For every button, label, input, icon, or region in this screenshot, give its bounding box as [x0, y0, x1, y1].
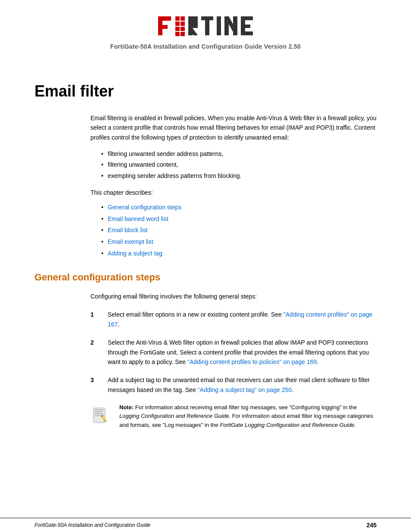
steps-block: Configuring email filtering involves the… — [90, 292, 377, 395]
svg-rect-13 — [193, 20, 198, 24]
link-item-1[interactable]: General configuration steps — [101, 202, 377, 213]
step-1-content: Select email filter options in a new or … — [108, 310, 377, 329]
link-block-list[interactable]: Email block list — [108, 227, 148, 233]
svg-rect-2 — [158, 25, 168, 29]
svg-rect-21 — [233, 16, 237, 35]
note-italic-2: FortiGate Logging Configuration and Refe… — [220, 422, 354, 428]
step-number-3: 3 — [90, 375, 103, 395]
step-1: 1 Select email filter options in a new o… — [90, 310, 377, 329]
svg-rect-18 — [217, 16, 221, 35]
note-block: Note: For information about receiving em… — [90, 403, 377, 429]
svg-rect-30 — [95, 411, 103, 412]
svg-rect-9 — [175, 32, 180, 36]
intro-paragraph: Email filtering is enabled in firewall p… — [90, 113, 377, 142]
step-1-text-before: Select email filter options in a new or … — [108, 311, 283, 318]
step-2: 2 Select the Anti-Virus & Web filter opt… — [90, 338, 377, 367]
step-3-link[interactable]: "Adding a subject tag" on page 250 — [198, 386, 292, 393]
chapter-intro: This chapter describes: — [90, 188, 377, 197]
fortinet-logo-svg: ™ — [158, 13, 253, 39]
footer-left-text: FortiGate-50A Installation and Configura… — [34, 522, 150, 528]
header: ™ FortiGate-50A Installation and Configu… — [0, 0, 411, 56]
svg-rect-7 — [175, 27, 180, 31]
link-item-5[interactable]: Adding a subject tag — [101, 248, 377, 259]
step-3-content: Add a subject tag to the unwanted email … — [108, 375, 377, 395]
step-2-link[interactable]: "Adding content profiles to policies" on… — [187, 358, 317, 365]
protection-bullets: filtering unwanted sender address patter… — [101, 149, 377, 181]
logo-container: ™ — [0, 13, 411, 39]
svg-rect-1 — [158, 16, 171, 21]
svg-rect-5 — [175, 22, 180, 26]
svg-rect-17 — [205, 16, 209, 35]
link-item-3[interactable]: Email block list — [101, 224, 377, 236]
link-exempt-list[interactable]: Email exempt list — [108, 238, 153, 245]
link-banned-word[interactable]: Email banned word list — [108, 215, 168, 222]
section-heading: General configuration steps — [34, 272, 377, 283]
bullet-item-1: filtering unwanted sender address patter… — [101, 149, 377, 159]
note-italic-1: Logging Configuration and Reference Guid… — [119, 413, 229, 419]
svg-rect-10 — [181, 32, 185, 36]
svg-text:™: ™ — [249, 16, 252, 20]
content-area: Email filter Email filtering is enabled … — [0, 56, 411, 455]
svg-rect-29 — [95, 410, 104, 411]
svg-rect-12 — [188, 16, 198, 20]
svg-rect-4 — [181, 16, 185, 21]
svg-rect-6 — [181, 22, 185, 26]
note-text-3: . — [354, 422, 356, 428]
note-icon — [90, 404, 114, 425]
numbered-steps-list: 1 Select email filter options in a new o… — [90, 310, 377, 395]
link-item-2[interactable]: Email banned word list — [101, 213, 377, 225]
svg-rect-24 — [241, 25, 250, 28]
note-pencil-icon — [90, 404, 112, 423]
bullet-item-2: filtering unwanted content, — [101, 159, 377, 170]
note-bold: Note: — [119, 404, 134, 411]
note-text-1: For information about receiving email fi… — [134, 404, 357, 411]
svg-rect-3 — [175, 16, 180, 21]
step-2-content: Select the Anti-Virus & Web filter optio… — [108, 338, 377, 367]
svg-rect-31 — [95, 414, 103, 414]
step-number-1: 1 — [90, 310, 103, 329]
step-1-text-after: . — [118, 321, 119, 328]
bullet-item-3: exempting sender address patterns from b… — [101, 171, 377, 181]
svg-rect-8 — [181, 27, 185, 31]
step-number-2: 2 — [90, 338, 103, 367]
step-3-text-after: . — [292, 386, 293, 393]
link-general-config[interactable]: General configuration steps — [108, 204, 181, 211]
svg-rect-14 — [188, 24, 198, 28]
footer-page-number: 245 — [367, 522, 377, 529]
subtitle: FortiGate-50A Installation and Configura… — [0, 43, 411, 50]
svg-rect-25 — [241, 31, 253, 35]
step-3: 3 Add a subject tag to the unwanted emai… — [90, 375, 377, 395]
note-text-content: Note: For information about receiving em… — [119, 403, 377, 429]
svg-rect-32 — [95, 415, 101, 416]
step-2-text-after: . — [317, 358, 318, 365]
page: ™ FortiGate-50A Installation and Configu… — [0, 0, 411, 532]
step-intro: Configuring email filtering involves the… — [90, 292, 377, 301]
chapter-links: General configuration steps Email banned… — [101, 202, 377, 259]
page-title: Email filter — [34, 82, 377, 100]
footer: FortiGate-50A Installation and Configura… — [0, 518, 411, 532]
link-item-4[interactable]: Email exempt list — [101, 236, 377, 248]
link-subject-tag[interactable]: Adding a subject tag — [108, 250, 162, 257]
